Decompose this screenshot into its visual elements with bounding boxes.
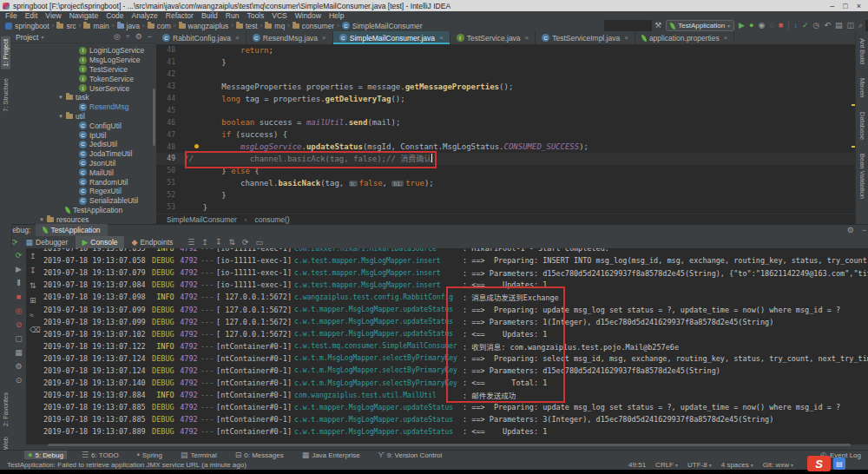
tab-resendmsg-java[interactable]: CResendMsg.java× — [247, 31, 333, 44]
chevron-down-icon[interactable]: ▾ — [41, 34, 43, 40]
menu-vcs[interactable]: VCS — [272, 11, 286, 20]
maximize-button[interactable]: □ — [843, 2, 847, 10]
stop-icon[interactable]: ■ — [16, 293, 21, 301]
debug-session-tab[interactable]: TestApplication — [36, 224, 107, 236]
tree-item-tokenservice[interactable]: ITokenService — [11, 74, 156, 83]
run-config-selector[interactable]: TestApplication▾ — [666, 20, 734, 31]
minus-icon[interactable]: − — [862, 227, 866, 234]
status-message[interactable]: TestApplication: Failed to retrieve appl… — [7, 461, 247, 469]
menu-window[interactable]: Window — [295, 11, 321, 20]
down-icon[interactable]: ↧ — [215, 239, 222, 247]
update-icon[interactable]: ↓ — [793, 22, 798, 30]
coverage-icon[interactable]: ◉ — [758, 22, 765, 30]
settings-icon[interactable]: ⚙ — [15, 363, 22, 371]
expanded-arrow-icon[interactable]: ▾ — [39, 216, 44, 223]
tree-item-resendmsg[interactable]: CResendMsg — [11, 102, 156, 112]
close-icon[interactable]: × — [624, 34, 628, 42]
restore-icon[interactable]: ⟳ — [242, 239, 249, 247]
breadcrumb-item-test[interactable]: test — [236, 22, 258, 30]
debug-icon[interactable]: ● — [749, 22, 753, 30]
hot-icon[interactable]: ≈ — [30, 312, 41, 319]
tree-item-mailutil[interactable]: CMailUtil — [11, 168, 156, 177]
status-git-wxw[interactable]: Git: wxw▾ — [763, 461, 793, 469]
menu-navigate[interactable]: Navigate — [69, 11, 99, 20]
code-line-45[interactable]: 45 — [156, 104, 855, 116]
tab-application-properties[interactable]: application.properties× — [635, 31, 734, 44]
menu-tools[interactable]: Tools — [247, 11, 264, 20]
tool-strip-maven[interactable]: Maven — [858, 78, 866, 98]
split-icon[interactable]: ÷ — [126, 33, 130, 41]
horizontal-scrollbar[interactable] — [48, 444, 851, 446]
tab-testservice-java[interactable]: ITestService.java× — [450, 31, 536, 44]
code-line-51[interactable]: 51 channel.basicNack(tag, b:false, b1:tr… — [156, 177, 855, 189]
tree-item-resources[interactable]: ▾resources — [11, 214, 156, 224]
expanded-arrow-icon[interactable]: ▾ — [58, 94, 63, 101]
debug-tool-icon[interactable]: ● — [28, 451, 32, 459]
menu-refactor[interactable]: Refactor — [166, 11, 194, 20]
tool-strip-1-project[interactable]: 1: Project — [1, 36, 10, 69]
java-icon[interactable]: ▦ — [302, 451, 310, 459]
debug-tab-console[interactable]: ▶Console — [76, 236, 123, 248]
code-line-52[interactable]: 52 } — [156, 189, 855, 201]
menu-icon[interactable]: ☰ — [187, 239, 194, 247]
endpoints-icon[interactable]: ◆ — [132, 239, 138, 247]
layout-icon[interactable]: ▦ — [15, 349, 23, 357]
menu-analyze[interactable]: Analyze — [132, 11, 158, 20]
down-icon[interactable]: ↧ — [30, 267, 41, 275]
tree-item-task[interactable]: ▾task — [11, 93, 156, 102]
debug-tab-debugger[interactable]: ▦Debugger — [20, 236, 75, 248]
debug-tab-endpoints[interactable]: ◆Endpoints — [126, 236, 180, 248]
tree-item-loginlogservice[interactable]: ILoginLogService — [11, 46, 156, 56]
breadcrumb-item-simplemailconsumer[interactable]: CSimpleMailConsumer — [342, 22, 423, 30]
todo-icon[interactable]: ☰ — [82, 451, 89, 459]
vcs-icon[interactable]: ϒ — [378, 451, 385, 459]
tab-testserviceimpl-java[interactable]: CTestServiceImpl.java× — [536, 31, 635, 44]
sort-icon[interactable]: ⇅ — [30, 282, 41, 290]
close-icon[interactable]: × — [439, 34, 444, 42]
console-icon[interactable]: ▶ — [82, 239, 88, 247]
breadcrumb-item-springboot[interactable]: springboot — [5, 22, 49, 30]
close-icon[interactable]: × — [525, 34, 529, 42]
tree-item-jedisutil[interactable]: CJedisUtil — [11, 140, 156, 149]
rerun-icon[interactable]: ⟳ — [11, 239, 18, 247]
tree-item-jodatimeutil[interactable]: CJodaTimeUtil — [11, 149, 156, 159]
code-line-41[interactable]: 41 } — [156, 56, 855, 69]
rerun-icon[interactable]: ⟳ — [16, 252, 23, 260]
tree-item-testservice[interactable]: ITestService — [11, 65, 156, 75]
mute-breakpoints-icon[interactable]: ⊘ — [16, 321, 23, 329]
hammer-icon[interactable]: ⚒ — [654, 22, 661, 30]
breadcrumb-item-main[interactable]: main — [83, 22, 108, 30]
breadcrumb-item-src[interactable]: src — [56, 22, 76, 30]
menu-help[interactable]: Help — [329, 11, 344, 20]
target-icon[interactable]: ◎ — [114, 33, 121, 41]
code-line-47[interactable]: 47 if (success) { — [156, 128, 855, 141]
up-icon[interactable]: ↥ — [30, 253, 41, 260]
breadcrumb-item-java[interactable]: java — [117, 22, 141, 30]
tree-item-iputil[interactable]: CIpUtil — [11, 130, 156, 140]
status-utf-8[interactable]: UTF-8▾ — [687, 461, 712, 469]
tool-strip-2-favorites[interactable]: 2: Favorites — [2, 392, 10, 426]
tree-item-regexutil[interactable]: CRegexUtil — [11, 187, 156, 196]
expand-icon[interactable]: ⊞ — [30, 297, 41, 305]
code-line-53[interactable]: 53 } — [156, 201, 855, 214]
settings-icon[interactable]: ⚙ — [135, 33, 142, 41]
menu-run[interactable]: Run — [226, 11, 240, 20]
close-icon[interactable]: × — [235, 34, 240, 42]
debugger-icon[interactable]: ▦ — [26, 239, 34, 247]
tab-rabbitconfig-java[interactable]: CRabbitConfig.java× — [156, 31, 247, 44]
gutter-marker-icon[interactable] — [194, 144, 199, 148]
profiler-icon[interactable]: ◌ — [769, 22, 773, 30]
window-icon[interactable]: ◫ — [846, 22, 854, 30]
status-4-spaces[interactable]: 4 spaces▾ — [721, 461, 753, 469]
sep-icon[interactable]: | — [787, 22, 789, 30]
settings-icon[interactable]: ⚙ — [847, 227, 854, 234]
commit-icon[interactable]: ✓ — [802, 22, 809, 30]
scrollbar[interactable] — [153, 89, 155, 146]
tree-item-jsonutil[interactable]: CJsonUtil — [11, 159, 156, 168]
frame-icon[interactable]: ▭ — [256, 239, 264, 247]
tree-item-serializableutil[interactable]: CSerializableUtil — [11, 196, 156, 206]
code-line-40[interactable]: 40 return; — [156, 44, 855, 56]
pause-icon[interactable]: ‖ — [17, 280, 21, 287]
close-icon[interactable]: × — [724, 34, 728, 42]
menu-edit[interactable]: Edit — [25, 11, 38, 20]
